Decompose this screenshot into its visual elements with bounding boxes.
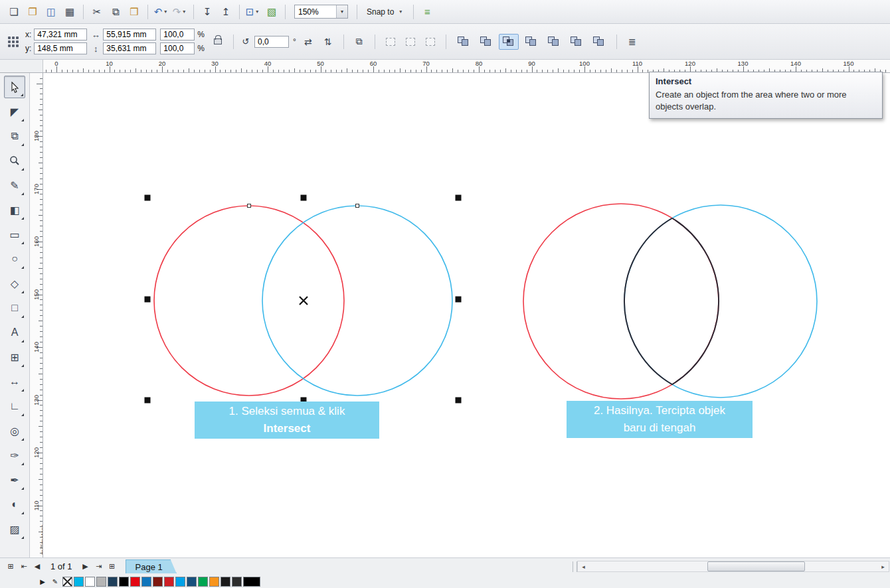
page-tab[interactable]: Page 1: [126, 559, 177, 573]
zoom-tool[interactable]: [4, 149, 25, 172]
application-launcher-dropdown-icon[interactable]: ▾: [254, 9, 260, 15]
fill-tool[interactable]: ◐: [4, 493, 25, 516]
group-button[interactable]: [383, 34, 399, 50]
application-launcher-button[interactable]: ⊡▾: [244, 3, 262, 21]
swatch-dark-maroon[interactable]: [153, 577, 163, 587]
rectangle-tool[interactable]: ▭: [4, 223, 25, 246]
red-circle-node[interactable]: [248, 204, 251, 208]
selection-handle[interactable]: [456, 297, 462, 303]
swatch-red-2[interactable]: [164, 577, 174, 587]
save-button[interactable]: ◫: [43, 3, 60, 21]
scale-h-field[interactable]: [160, 29, 195, 40]
text-tool[interactable]: A: [4, 321, 25, 344]
selection-handle[interactable]: [145, 297, 151, 303]
origin-selector[interactable]: [8, 37, 19, 47]
align-distribute-button[interactable]: ≣: [624, 34, 640, 50]
x-position-field[interactable]: [34, 29, 87, 40]
ruler-corner[interactable]: [0, 60, 43, 72]
cut-button[interactable]: ✂: [88, 3, 106, 21]
previous-page-button[interactable]: ◀: [31, 560, 44, 573]
redo-button[interactable]: ↷▾: [171, 3, 189, 21]
swatch-black-wide[interactable]: [243, 577, 260, 587]
mirror-vertical-button[interactable]: ⇅: [320, 34, 336, 50]
horizontal-ruler[interactable]: 0102030405060708090100110120130140150: [43, 60, 890, 72]
media-browser-button[interactable]: ▧: [263, 3, 280, 21]
open-button[interactable]: ❐: [24, 3, 41, 21]
y-position-field[interactable]: [34, 42, 87, 54]
front-minus-back-button[interactable]: [544, 34, 564, 50]
palette-options-button[interactable]: ✎: [50, 576, 60, 587]
swatch-white[interactable]: [85, 577, 95, 587]
lock-ratio-button[interactable]: [210, 34, 226, 50]
first-page-button[interactable]: ⇤: [17, 560, 31, 573]
new-document-button[interactable]: ❏: [5, 3, 23, 21]
export-button[interactable]: ↥: [217, 3, 234, 21]
intersect-button[interactable]: [499, 34, 519, 50]
scrollbar-track[interactable]: [589, 561, 877, 571]
trim-button[interactable]: [476, 34, 496, 50]
combine-button[interactable]: ⧉: [351, 34, 367, 50]
basic-shapes-tool[interactable]: □: [4, 297, 25, 319]
scroll-right-button[interactable]: ▸: [877, 561, 889, 571]
zoom-level-input[interactable]: [295, 5, 336, 18]
swatch-black[interactable]: [119, 577, 129, 587]
swatch-dark-slate[interactable]: [108, 577, 118, 587]
swatch-dark-gray[interactable]: [221, 577, 230, 587]
swatch-blue[interactable]: [141, 577, 151, 587]
undo-button[interactable]: ↶▾: [153, 3, 170, 21]
print-button[interactable]: ▦: [61, 3, 78, 21]
freehand-tool[interactable]: ✎: [4, 174, 25, 196]
interactive-fill-tool[interactable]: ▨: [4, 518, 25, 540]
zoom-dropdown-button[interactable]: ▾: [336, 5, 347, 18]
blue-circle-node[interactable]: [356, 204, 359, 208]
scrollbar-thumb[interactable]: [707, 561, 806, 571]
selection-handle[interactable]: [456, 398, 462, 404]
ungroup-all-button[interactable]: [422, 34, 438, 50]
polygon-tool[interactable]: ◇: [4, 272, 25, 295]
swatch-gray[interactable]: [96, 577, 106, 587]
connector-tool[interactable]: ∟: [4, 395, 25, 417]
outline-pen-tool[interactable]: ✒: [4, 469, 25, 491]
swatch-red[interactable]: [130, 577, 140, 587]
copy-button[interactable]: ⧉: [107, 3, 124, 21]
pick-tool[interactable]: [4, 76, 25, 98]
swatch-orange[interactable]: [209, 577, 219, 587]
swatch-dark-blue[interactable]: [187, 577, 197, 587]
palette-scroll-button[interactable]: ▶: [37, 576, 48, 587]
smart-fill-tool[interactable]: ◧: [4, 198, 25, 221]
drawing-canvas[interactable]: 1. Seleksi semua & klik Intersect 2. Has…: [43, 73, 890, 557]
ungroup-button[interactable]: [402, 34, 418, 50]
swatch-charcoal[interactable]: [232, 577, 242, 587]
ellipse-tool[interactable]: ○: [4, 248, 25, 270]
scrollbar-splitter[interactable]: [573, 561, 577, 572]
next-page-button[interactable]: ▶: [79, 560, 92, 573]
redo-dropdown-icon[interactable]: ▾: [181, 9, 187, 15]
dimension-tool[interactable]: ↔: [4, 370, 25, 393]
selection-handle[interactable]: [145, 398, 151, 404]
crop-tool[interactable]: ⧉: [4, 125, 25, 147]
selection-handle[interactable]: [301, 195, 307, 201]
interactive-effects-tool[interactable]: ◎: [4, 419, 25, 442]
left-red-circle[interactable]: [154, 206, 344, 396]
swatch-green[interactable]: [198, 577, 208, 587]
options-button[interactable]: ≡: [418, 3, 436, 21]
left-blue-circle[interactable]: [262, 206, 452, 396]
add-page-after-button[interactable]: ⊞: [106, 560, 119, 573]
right-red-circle[interactable]: [523, 204, 719, 399]
simplify-button[interactable]: [521, 34, 541, 50]
table-tool[interactable]: ⊞: [4, 346, 25, 368]
swatch-no-color[interactable]: [62, 577, 72, 587]
eyedropper-tool[interactable]: ✑: [4, 444, 25, 467]
snap-to-dropdown[interactable]: Snap to ▾: [362, 5, 408, 19]
selection-handle[interactable]: [145, 195, 151, 201]
rotation-angle-field[interactable]: [254, 36, 289, 48]
mirror-horizontal-button[interactable]: ⇄: [300, 34, 316, 50]
undo-dropdown-icon[interactable]: ▾: [162, 9, 169, 15]
selection-center-x-marker[interactable]: [300, 297, 308, 305]
caption-step1[interactable]: 1. Seleksi semua & klik Intersect: [195, 402, 379, 439]
object-height-field[interactable]: [103, 42, 156, 54]
scroll-left-button[interactable]: ◂: [578, 561, 589, 571]
add-page-button[interactable]: ⊞: [4, 560, 17, 573]
back-minus-front-button[interactable]: [567, 34, 586, 50]
intersection-object[interactable]: [624, 218, 719, 385]
